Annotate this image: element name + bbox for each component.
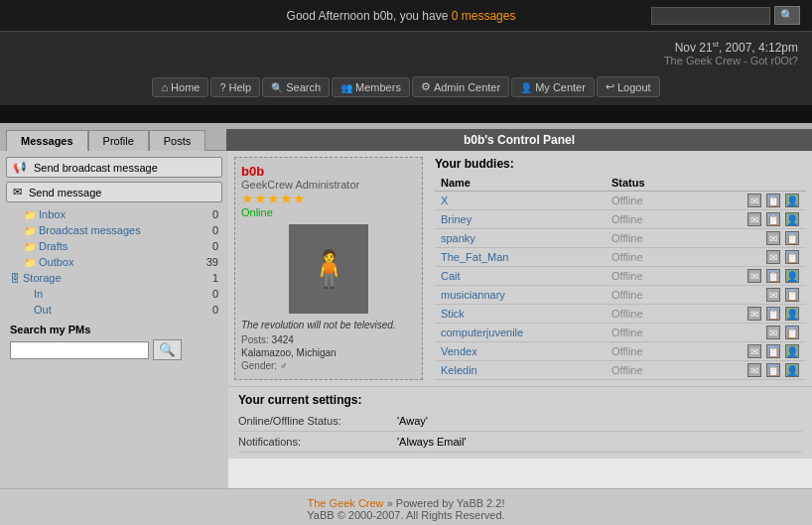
buddies-panel: Your buddies: Name Status X Offline ✉ 📋: [429, 151, 812, 386]
col-actions: [687, 175, 806, 192]
tab-posts[interactable]: Posts: [149, 130, 206, 151]
folder-drafts[interactable]: Drafts 0: [6, 238, 222, 254]
buddy-add-icon[interactable]: 👤: [785, 344, 799, 358]
top-search-button[interactable]: 🔍: [774, 6, 800, 25]
settings-row: Notifications:'Always Email': [238, 432, 802, 453]
top-bar: Good Afternoon b0b, you have 0 messages …: [0, 0, 812, 32]
nav-logout[interactable]: Logout: [597, 76, 660, 97]
buddy-status: Offline: [606, 286, 687, 305]
buddy-name[interactable]: X: [435, 192, 606, 210]
buddy-add-icon[interactable]: 👤: [785, 363, 799, 377]
profile-location: Kalamazoo, Michigan: [241, 347, 416, 358]
storage-row[interactable]: Storage 1: [6, 270, 222, 286]
buddy-name[interactable]: spanky: [435, 229, 606, 248]
folder-outbox[interactable]: Outbox 39: [6, 254, 222, 270]
buddy-profile-icon[interactable]: 📋: [785, 250, 799, 264]
buddy-actions: ✉ 📋: [687, 286, 806, 305]
buddy-profile-icon[interactable]: 📋: [766, 344, 780, 358]
buddy-profile-icon[interactable]: 📋: [766, 307, 780, 321]
folder-broadcast[interactable]: Broadcast messages 0: [6, 222, 222, 238]
nav-help[interactable]: Help: [210, 77, 260, 97]
buddy-name[interactable]: computerjuvenile: [435, 324, 606, 342]
storage-in[interactable]: In 0: [6, 286, 222, 302]
profile-card: b0b GeekCrew Administrator ★★★★★ Online …: [234, 157, 423, 380]
top-search-input[interactable]: [651, 7, 770, 25]
buddy-status: Offline: [606, 305, 687, 324]
buddy-name[interactable]: Vendex: [435, 342, 606, 361]
buddy-email-icon[interactable]: ✉: [747, 194, 761, 207]
buddy-name[interactable]: Cait: [435, 267, 606, 286]
buddy-add-icon[interactable]: 👤: [785, 212, 799, 226]
buddy-profile-icon[interactable]: 📋: [785, 231, 799, 245]
header-subtitle: The Geek Crew - Got r0Ot?: [14, 55, 798, 66]
nav-search[interactable]: Search: [262, 77, 330, 97]
separator: [0, 105, 812, 123]
buddy-status: Offline: [606, 248, 687, 267]
message-count-link[interactable]: 0 messages: [452, 9, 516, 23]
buddy-name[interactable]: The_Fat_Man: [435, 248, 606, 267]
footer-link[interactable]: The Geek Crew: [308, 497, 384, 509]
storage-out[interactable]: Out 0: [6, 302, 222, 318]
buddy-add-icon[interactable]: 👤: [785, 307, 799, 321]
profile-status: Online: [241, 206, 416, 218]
nav-my-center[interactable]: My Center: [511, 77, 595, 97]
footer: The Geek Crew » Powered by YaBB 2.2! YaB…: [0, 488, 812, 525]
buddy-email-icon[interactable]: ✉: [747, 307, 761, 321]
settings-title: Your current settings:: [238, 393, 802, 407]
profile-avatar: 🧍: [289, 224, 368, 314]
nav-members[interactable]: Members: [332, 77, 410, 97]
search-pm-input[interactable]: [10, 341, 149, 359]
top-search-area: 🔍: [651, 6, 800, 25]
buddy-profile-icon[interactable]: 📋: [766, 269, 780, 283]
buddy-status: Offline: [606, 192, 687, 210]
search-pm-button[interactable]: 🔍: [153, 339, 182, 360]
nav-admin-center[interactable]: Admin Center: [412, 76, 509, 97]
buddy-actions: ✉ 📋 👤: [687, 361, 806, 380]
buddy-actions: ✉ 📋: [687, 229, 806, 248]
profile-quote: The revolution will not be televised.: [241, 320, 416, 330]
buddy-email-icon[interactable]: ✉: [747, 344, 761, 358]
avatar-image: 🧍: [307, 251, 351, 287]
folder-inbox[interactable]: Inbox 0: [6, 206, 222, 222]
header-area: Nov 21st, 2007, 4:12pm The Geek Crew - G…: [0, 32, 812, 70]
broadcast-folder-icon: [24, 224, 39, 236]
buddy-profile-icon[interactable]: 📋: [766, 212, 780, 226]
drafts-icon: [24, 240, 39, 252]
buddies-title: Your buddies:: [435, 157, 806, 171]
buddy-email-icon[interactable]: ✉: [766, 288, 780, 302]
nav-home[interactable]: Home: [152, 77, 208, 97]
tab-profile[interactable]: Profile: [88, 130, 149, 151]
buddy-name[interactable]: musiciannary: [435, 286, 606, 305]
control-panel: b0b GeekCrew Administrator ★★★★★ Online …: [228, 151, 812, 488]
buddy-add-icon[interactable]: 👤: [785, 269, 799, 283]
buddy-row: The_Fat_Man Offline ✉ 📋: [435, 248, 806, 267]
buddy-actions: ✉ 📋 👤: [687, 210, 806, 229]
buddy-email-icon[interactable]: ✉: [766, 250, 780, 264]
buddy-actions: ✉ 📋 👤: [687, 342, 806, 361]
buddy-name[interactable]: Briney: [435, 210, 606, 229]
nav-bar: Home Help Search Members Admin Center My…: [0, 70, 812, 105]
buddy-name[interactable]: Stick: [435, 305, 606, 324]
settings-row: Online/Offline Status:'Away': [238, 411, 802, 432]
header-date: Nov 21st, 2007, 4:12pm: [14, 40, 798, 55]
cp-title: b0b's Control Panel: [226, 129, 812, 151]
buddy-status: Offline: [606, 342, 687, 361]
buddy-profile-icon[interactable]: 📋: [766, 363, 780, 377]
send-message-button[interactable]: Send message: [6, 182, 222, 202]
buddy-status: Offline: [606, 361, 687, 380]
buddy-email-icon[interactable]: ✉: [747, 269, 761, 283]
buddy-name[interactable]: Keledin: [435, 361, 606, 380]
tab-messages[interactable]: Messages: [6, 130, 88, 151]
buddy-email-icon[interactable]: ✉: [747, 212, 761, 226]
buddy-email-icon[interactable]: ✉: [747, 363, 761, 377]
buddy-profile-icon[interactable]: 📋: [785, 326, 799, 339]
send-icon: [13, 186, 25, 198]
buddy-email-icon[interactable]: ✉: [766, 326, 780, 339]
settings-label: Online/Offline Status:: [238, 415, 397, 427]
broadcast-button[interactable]: Send broadcast message: [6, 157, 222, 178]
buddy-profile-icon[interactable]: 📋: [766, 194, 780, 207]
buddy-email-icon[interactable]: ✉: [766, 231, 780, 245]
left-sidebar: Send broadcast message Send message Inbo…: [0, 151, 228, 488]
buddy-profile-icon[interactable]: 📋: [785, 288, 799, 302]
buddy-add-icon[interactable]: 👤: [785, 194, 799, 207]
